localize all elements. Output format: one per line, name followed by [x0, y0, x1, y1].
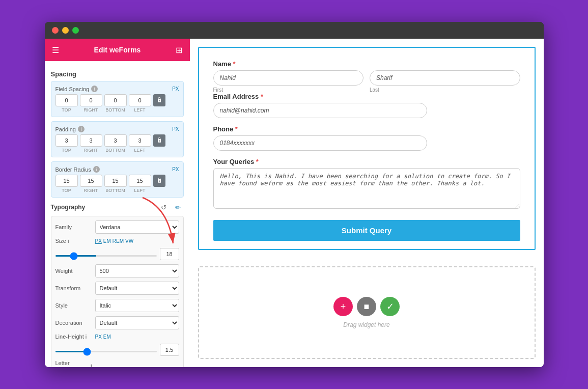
field-spacing-bottom[interactable]	[104, 94, 127, 106]
transform-select[interactable]: Default Uppercase Lowercase Capitalize	[95, 282, 179, 295]
br-sublabel-bottom: BOTTOM	[104, 188, 127, 193]
border-radius-info-icon: i	[93, 166, 100, 173]
padding-link-btn[interactable]	[153, 134, 165, 147]
pad-sublabel-bottom: BOTTOM	[104, 148, 127, 153]
spacing-section-header: Spacing	[51, 70, 184, 78]
name-first-input[interactable]	[213, 70, 364, 86]
line-height-label-container: Line-Height i	[55, 334, 92, 340]
lh-unit-px[interactable]: PX	[95, 334, 102, 340]
transform-row: Transform Default Uppercase Lowercase Ca…	[55, 282, 179, 295]
size-tab-em[interactable]: EM	[103, 238, 111, 244]
maximize-dot[interactable]	[72, 27, 79, 34]
letter-spacing-info-icon: i	[91, 363, 92, 367]
size-label: Size	[55, 238, 66, 244]
size-tab-vw[interactable]: VW	[125, 238, 133, 244]
weight-label: Weight	[55, 268, 92, 274]
border-radius-unit[interactable]: PX	[172, 166, 179, 172]
queries-field: Your Queries * Hello, This is Nahid. I h…	[213, 158, 520, 211]
border-radius-link-btn[interactable]	[153, 175, 165, 187]
queries-textarea[interactable]: Hello, This is Nahid. I have been search…	[213, 168, 520, 209]
name-required: *	[233, 60, 236, 68]
app-container: ☰ Edit weForms ⊞ Spacing Field Spacing i…	[45, 39, 544, 367]
lh-unit-em[interactable]: EM	[103, 334, 111, 340]
phone-field: Phone *	[213, 125, 520, 151]
padding-section: Padding i PX TOP	[51, 121, 184, 157]
panel-title: Edit weForms	[94, 46, 141, 54]
submit-button[interactable]: Submit Query	[213, 220, 520, 241]
size-label-container: Size i	[55, 238, 92, 244]
size-slider-container	[55, 249, 157, 259]
browser-window: ☰ Edit weForms ⊞ Spacing Field Spacing i…	[45, 22, 544, 367]
name-last-input[interactable]	[370, 70, 520, 86]
field-spacing-top[interactable]	[55, 94, 78, 106]
size-input[interactable]	[160, 248, 179, 260]
size-tab-rem[interactable]: REM	[113, 238, 124, 244]
hamburger-icon[interactable]: ☰	[52, 45, 59, 55]
sublabel-right: RIGHT	[80, 107, 102, 113]
lh-slider[interactable]	[55, 351, 157, 352]
size-slider[interactable]	[55, 255, 157, 257]
style-select[interactable]: Italic Normal Oblique	[95, 299, 179, 312]
border-radius-sublabels: TOP RIGHT BOTTOM LEFT	[55, 188, 179, 193]
padding-right[interactable]	[80, 134, 102, 147]
style-label: Style	[55, 302, 92, 309]
field-spacing-right[interactable]	[80, 94, 102, 106]
padding-top[interactable]	[55, 134, 78, 147]
field-spacing-left[interactable]	[129, 94, 151, 106]
panel-header: ☰ Edit weForms ⊞	[45, 39, 190, 61]
border-radius-inputs	[55, 175, 179, 187]
typography-label: Typography	[51, 204, 86, 211]
family-row: Family Verdana Arial Georgia	[55, 220, 179, 234]
typography-edit-btn[interactable]: ✏	[173, 202, 184, 213]
border-radius-section: Border Radius i PX TOP	[51, 161, 184, 198]
lh-input[interactable]	[160, 344, 179, 356]
field-spacing-unit[interactable]: PX	[172, 86, 179, 92]
widget-icon-square[interactable]: ■	[357, 297, 376, 316]
padding-unit[interactable]: PX	[172, 126, 179, 132]
border-radius-top[interactable]	[55, 175, 78, 187]
padding-bottom[interactable]	[104, 134, 127, 147]
border-radius-bottom[interactable]	[104, 175, 127, 187]
line-height-label: Line-Height	[55, 334, 84, 340]
add-widget-icon[interactable]: +	[333, 297, 353, 316]
name-last-wrapper: Last	[370, 70, 520, 86]
email-required: *	[261, 93, 263, 100]
letter-spacing-label: Letter Spacing	[55, 360, 90, 367]
phone-input[interactable]	[213, 135, 427, 151]
padding-sublabels: TOP RIGHT BOTTOM LEFT	[55, 148, 179, 153]
field-spacing-link-btn[interactable]	[153, 94, 165, 106]
letter-spacing-row: Letter Spacing i	[55, 360, 179, 367]
size-tabs: PX EM REM VW	[95, 238, 134, 244]
padding-left[interactable]	[129, 134, 151, 147]
border-radius-label-row: Border Radius i PX	[55, 166, 179, 173]
minimize-dot[interactable]	[62, 27, 69, 34]
size-slider-row	[55, 248, 179, 260]
br-sublabel-left: LEFT	[129, 188, 151, 193]
name-first-sublabel: First	[213, 87, 223, 93]
phone-required: *	[235, 125, 238, 133]
typography-container: Typography ↺ ✏	[51, 202, 184, 367]
grid-icon[interactable]: ⊞	[176, 45, 182, 55]
widget-icon-check[interactable]: ✓	[380, 297, 400, 316]
close-dot[interactable]	[52, 27, 59, 34]
right-panel: Name * First Last	[190, 39, 544, 367]
family-select[interactable]: Verdana Arial Georgia	[95, 220, 179, 234]
border-radius-right[interactable]	[80, 175, 102, 187]
name-first-wrapper: First	[213, 70, 364, 86]
padding-label: Padding	[55, 126, 76, 132]
line-height-units: PX EM	[95, 334, 111, 340]
field-spacing-info-icon: i	[91, 86, 98, 92]
name-label: Name *	[213, 60, 520, 68]
email-input[interactable]	[213, 103, 427, 118]
decoration-row: Decoration Default Underline Overline Li…	[55, 316, 179, 329]
sublabel-bottom: BOTTOM	[104, 107, 127, 113]
size-tab-px[interactable]: PX	[95, 238, 102, 244]
typography-panel: Family Verdana Arial Georgia Size i	[51, 216, 184, 367]
letter-spacing-label-container: Letter Spacing i	[55, 360, 92, 367]
typography-reset-btn[interactable]: ↺	[158, 202, 170, 213]
weight-select[interactable]: 500 400 600 700	[95, 264, 179, 277]
phone-label: Phone *	[213, 125, 520, 133]
style-row: Style Italic Normal Oblique	[55, 299, 179, 312]
decoration-select[interactable]: Default Underline Overline Line-through	[95, 316, 179, 329]
border-radius-left[interactable]	[129, 175, 151, 187]
